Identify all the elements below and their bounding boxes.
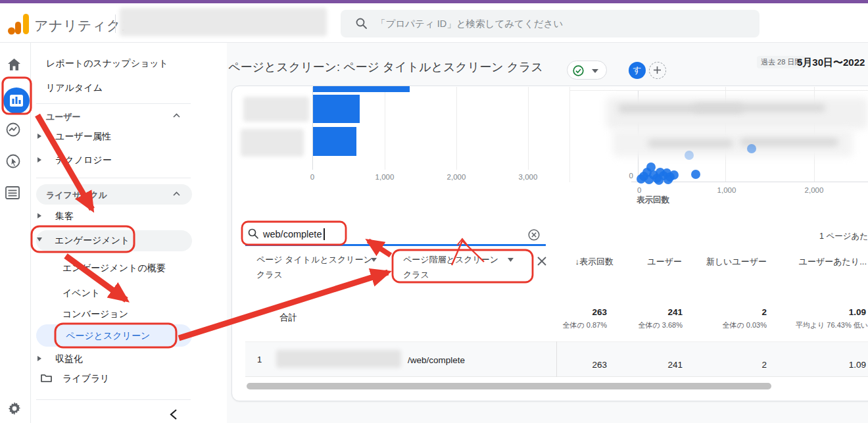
sidebar-item-library[interactable]: ライブラリ <box>62 373 110 385</box>
ga4-pages-screens-report: アナリティクス 「プロパティ ID」と検索してみてください <box>0 0 868 423</box>
sidebar-item-user-attributes[interactable]: ユーザー属性 <box>55 131 111 143</box>
table-column-divider <box>556 341 557 377</box>
row-per-user: 1.09 <box>761 360 866 370</box>
sidebar-item-acquisition[interactable]: 集客 <box>55 211 74 222</box>
scatter-xaxis-label: 表示回数 <box>637 195 669 206</box>
row-page-title-redacted <box>276 350 401 368</box>
search-focus-underline <box>245 244 546 246</box>
metric-header-new-users[interactable]: 新しいユーザー <box>662 256 767 268</box>
expand-arrow-icon[interactable] <box>37 157 41 162</box>
bar-xtick: 1,000 <box>375 173 395 181</box>
admin-gear-icon[interactable] <box>8 402 21 415</box>
avatar[interactable]: す <box>629 62 646 79</box>
brand-divider <box>115 14 116 33</box>
table-search-icon <box>248 228 259 239</box>
scatter-redacted-area <box>606 97 868 129</box>
home-icon[interactable] <box>7 58 21 71</box>
expand-arrow-icon[interactable] <box>37 213 41 218</box>
bar-category-label-redacted <box>241 129 304 157</box>
scatter-gridline <box>569 87 570 182</box>
text-cursor <box>324 228 325 240</box>
report-validity-pill[interactable] <box>567 61 607 80</box>
advertising-icon[interactable] <box>6 154 22 170</box>
scatter-point[interactable] <box>663 175 673 184</box>
bar-xtick: 3,000 <box>519 173 538 181</box>
configure-icon[interactable] <box>6 186 20 199</box>
chevron-up-icon[interactable] <box>173 191 180 196</box>
scatter-point-faint[interactable] <box>685 151 694 160</box>
google-analytics-logo <box>8 13 30 36</box>
add-comparison-button[interactable] <box>649 62 666 79</box>
metric-header-per-user[interactable]: ユーザーあたり... <box>761 256 867 268</box>
bar-segment-3[interactable] <box>313 127 356 156</box>
dim-col2-header-line2[interactable]: クラス <box>403 269 429 281</box>
property-name-redacted[interactable] <box>120 8 327 36</box>
clear-search-icon[interactable] <box>528 229 540 241</box>
check-circle-icon <box>573 65 584 76</box>
totals-new-users-share: 全体の 0.03% <box>662 320 767 330</box>
dim-col1-header-line1[interactable]: ページ タイトルとスクリーン <box>256 254 372 266</box>
search-icon <box>356 18 368 30</box>
reports-icon-selected[interactable] <box>3 87 30 114</box>
nav-divider <box>36 103 191 104</box>
scatter-xtick: 0 <box>637 186 641 194</box>
scatter-point[interactable] <box>654 176 663 185</box>
scatter-point-faint[interactable] <box>747 144 756 153</box>
sidebar-section-lifecycle[interactable]: ライフサイクル <box>46 189 107 201</box>
sidebar-item-conversions[interactable]: コンバージョン <box>62 309 128 320</box>
expand-arrow-icon[interactable] <box>37 134 41 139</box>
nav-divider <box>36 399 191 400</box>
sidebar-section-user[interactable]: ユーザー <box>46 111 81 123</box>
scatter-point[interactable] <box>644 175 654 184</box>
row-page-path: /web/complete <box>408 355 465 365</box>
table-search-input[interactable]: web/complete <box>263 229 322 239</box>
sidebar-item-engagement[interactable]: エンゲージメント <box>55 235 130 247</box>
dim-col2-header-line1[interactable]: ページ階層とスクリーン <box>403 254 498 266</box>
dropdown-arrow-icon <box>592 69 598 73</box>
scatter-point[interactable] <box>691 170 700 179</box>
sidebar-item-monetization[interactable]: 収益化 <box>55 353 83 365</box>
bar-segment-1[interactable] <box>313 86 410 92</box>
nav-divider <box>36 178 191 178</box>
scatter-gridline-top <box>569 90 868 91</box>
sidebar-item-engagement-overview[interactable]: エンゲージメントの概要 <box>62 262 166 274</box>
sidebar-item-events[interactable]: イベント <box>62 287 100 299</box>
sidebar-item-technology[interactable]: テクノロジー <box>55 155 112 166</box>
totals-per-user: 1.09 <box>761 307 866 317</box>
totals-per-user-share: 平均より 76.43% 低い <box>763 320 868 330</box>
bar-gridline <box>385 87 385 170</box>
totals-new-users: 2 <box>662 307 767 317</box>
row-rank: 1 <box>257 355 262 364</box>
redacted-text-smudge <box>694 104 825 112</box>
horizontal-scrollbar[interactable] <box>247 383 771 389</box>
collapse-arrow-icon[interactable] <box>37 237 42 241</box>
page-title: ページとスクリーン: ページ タイトルとスクリーン クラス <box>228 59 543 75</box>
sidebar-item-pages-screens[interactable]: ページとスクリーン <box>66 330 150 342</box>
bar-category-label-redacted <box>243 97 309 122</box>
scatter-xtick: 2,000 <box>805 186 824 194</box>
sidebar-item-report-snapshot[interactable]: レポートのスナップショット <box>46 58 168 70</box>
dim-col1-header-line2[interactable]: クラス <box>256 269 283 281</box>
global-search-placeholder: 「プロパティ ID」と検索してみてください <box>376 18 563 30</box>
date-range-value[interactable]: 5月30日〜2022 <box>797 57 868 69</box>
dropdown-arrow-icon[interactable] <box>371 258 377 262</box>
redacted-text-smudge <box>648 139 733 147</box>
bar-segment-2[interactable] <box>313 95 360 123</box>
collapse-sidebar-icon[interactable] <box>170 409 178 420</box>
rows-per-page-label[interactable]: 1 ページあたり <box>819 231 868 242</box>
bar-xtick: 2,000 <box>447 173 466 181</box>
bar-gridline <box>456 87 457 170</box>
expand-arrow-icon[interactable] <box>37 356 41 361</box>
scatter-ytick: 0 <box>629 172 633 180</box>
plus-icon <box>654 66 661 74</box>
bar-gridline <box>528 87 529 170</box>
scatter-xtick: 1,000 <box>717 186 736 194</box>
row-new-users: 2 <box>662 360 767 370</box>
sidebar-item-realtime[interactable]: リアルタイム <box>46 82 103 94</box>
totals-label: 合計 <box>279 312 297 324</box>
chevron-up-icon[interactable] <box>173 113 180 118</box>
explore-icon[interactable] <box>6 122 20 137</box>
folder-icon <box>41 373 52 382</box>
bar-xtick: 0 <box>310 173 314 181</box>
